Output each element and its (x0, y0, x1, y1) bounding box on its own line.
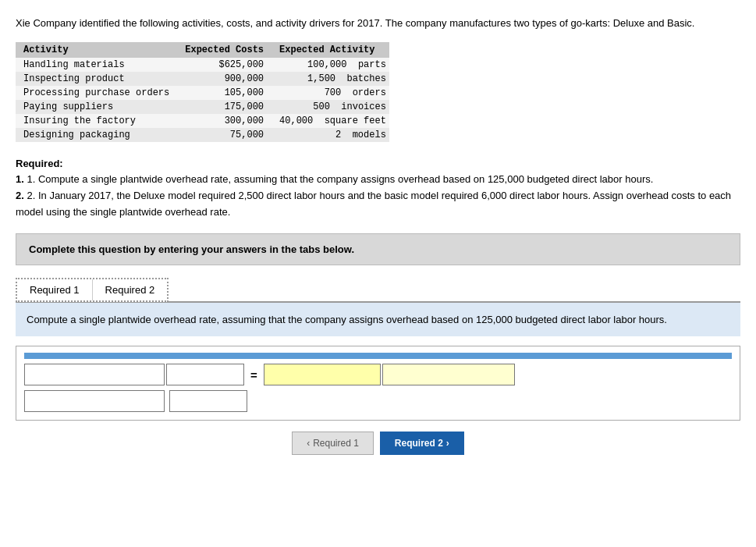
activity-amount: 100,000 parts (272, 58, 389, 72)
complete-question-box: Complete this question by entering your … (16, 233, 740, 265)
nav-buttons: ‹ Required 1 Required 2 › (16, 432, 740, 455)
activity-unit: batches (346, 73, 385, 84)
activity-unit: parts (358, 59, 386, 70)
tab-content-area: Compute a single plantwide overhead rate… (16, 303, 740, 337)
required-1-text: 1. 1. Compute a single plantwide overhea… (16, 173, 653, 185)
col-activity: Activity (16, 42, 177, 58)
next-button[interactable]: Required 2 › (380, 432, 464, 455)
activity-cost: 175,000 (177, 100, 272, 114)
prev-button[interactable]: ‹ Required 1 (292, 432, 374, 455)
col-expected-activity: Expected Activity (272, 42, 389, 58)
activity-name: Handling materials (16, 58, 177, 72)
activity-amount: 500 invoices (272, 100, 389, 114)
activity-cost: 105,000 (177, 86, 272, 100)
activity-amount: 1,500 batches (272, 72, 389, 86)
table-row: Insuring the factory 300,000 40,000 squa… (16, 114, 389, 128)
next-button-label: Required 2 (395, 438, 443, 449)
tab-required-1[interactable]: Required 1 (17, 279, 93, 300)
activity-cost: $625,000 (177, 58, 272, 72)
activity-cost: 300,000 (177, 114, 272, 128)
tab-header-row: Required 1 Required 2 (16, 278, 740, 303)
equals-sign: = (244, 368, 264, 382)
activity-unit: invoices (341, 101, 386, 112)
required-2-text: 2. 2. In January 2017, the Deluxe model … (16, 190, 731, 218)
activity-name: Paying suppliers (16, 100, 177, 114)
activity-unit: square feet (325, 115, 386, 126)
input-field-5[interactable] (24, 390, 165, 412)
col-expected-costs: Expected Costs (177, 42, 272, 58)
input-grid: = (24, 364, 732, 385)
activity-unit: models (353, 130, 386, 140)
input-wrapper: = (16, 346, 740, 421)
prev-button-label: Required 1 (313, 438, 359, 449)
tab-required-2[interactable]: Required 2 (93, 279, 168, 300)
required-label: Required: (16, 158, 63, 169)
tab-section: Required 1 Required 2 (16, 278, 740, 303)
next-chevron-icon: › (446, 438, 449, 449)
activity-name: Insuring the factory (16, 114, 177, 128)
table-row: Inspecting product 900,000 1,500 batches (16, 72, 389, 86)
activity-name: Processing purchase orders (16, 86, 177, 100)
table-row: Designing packaging 75,000 2 models (16, 128, 389, 142)
activity-table: Activity Expected Costs Expected Activit… (16, 42, 389, 142)
blue-bar (24, 353, 732, 359)
prev-chevron-icon: ‹ (307, 438, 310, 449)
table-row: Processing purchase orders 105,000 700 o… (16, 86, 389, 100)
activity-amount: 700 orders (272, 86, 389, 100)
input-field-6[interactable] (169, 390, 247, 412)
tabs-container: Required 1 Required 2 (16, 278, 169, 302)
activity-amount: 40,000 square feet (272, 114, 389, 128)
table-row: Paying suppliers 175,000 500 invoices (16, 100, 389, 114)
activity-amount: 2 models (272, 128, 389, 142)
input-field-2[interactable] (166, 364, 244, 385)
tab-content-text: Compute a single plantwide overhead rate… (27, 314, 667, 325)
required-section: Required: 1. 1. Compute a single plantwi… (16, 156, 740, 221)
input-field-4[interactable] (382, 364, 515, 385)
table-row: Handling materials $625,000 100,000 part… (16, 58, 389, 72)
activity-name: Inspecting product (16, 72, 177, 86)
activity-name: Designing packaging (16, 128, 177, 142)
activity-cost: 900,000 (177, 72, 272, 86)
activity-cost: 75,000 (177, 128, 272, 142)
intro-text: Xie Company identified the following act… (16, 16, 740, 31)
activity-unit: orders (353, 87, 386, 98)
input-field-1[interactable] (24, 364, 165, 385)
input-field-3[interactable] (264, 364, 381, 385)
